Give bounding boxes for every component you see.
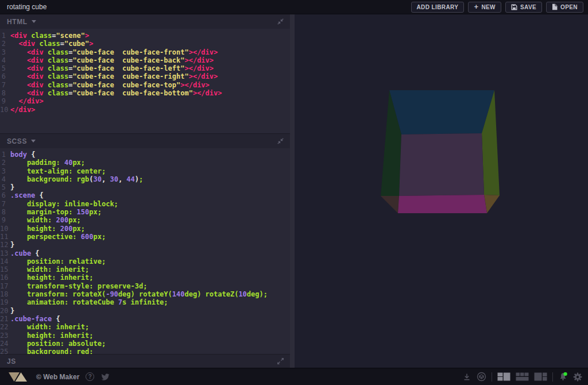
layout-top-row-icon[interactable] <box>516 372 529 381</box>
pane-splitter[interactable] <box>290 14 295 368</box>
line-number: 23 <box>0 332 10 340</box>
line-number: 7 <box>0 200 10 208</box>
footer-divider <box>492 372 492 382</box>
code-line: 7 display: inline-block; <box>0 200 290 208</box>
line-number: 2 <box>0 40 10 48</box>
add-library-label: ADD LIBRARY <box>417 4 459 10</box>
code-line: 8 <div class="cube-face cube-face-bottom… <box>0 89 290 97</box>
line-number: 11 <box>0 233 10 241</box>
code-line: 12} <box>0 241 290 249</box>
scss-label: SCSS <box>7 137 27 145</box>
line-number: 1 <box>0 32 10 40</box>
scss-pane-title: SCSS <box>7 137 36 145</box>
scss-code-editor[interactable]: 1body {2 padding: 40px;3 text-align: cen… <box>0 148 290 354</box>
download-icon[interactable] <box>462 372 471 382</box>
html-label: HTML <box>7 18 28 26</box>
line-number: 22 <box>0 323 10 331</box>
line-number: 9 <box>0 97 10 105</box>
twitter-icon[interactable] <box>100 373 110 381</box>
line-number: 8 <box>0 89 10 97</box>
js-pane-title: JS <box>7 357 16 365</box>
line-number: 24 <box>0 340 10 348</box>
code-line: 2 <div class="cube"> <box>0 40 290 48</box>
settings-gear-icon[interactable] <box>573 372 582 382</box>
copyright-text: © Web Maker <box>36 373 79 381</box>
new-label: NEW <box>481 4 496 10</box>
code-line: 6 <div class="cube-face cube-face-right"… <box>0 72 290 80</box>
save-icon <box>511 4 517 10</box>
plus-icon: + <box>474 3 478 10</box>
open-label: OPEN <box>560 4 578 10</box>
code-line: 17 transform-style: preserve-3d; <box>0 282 290 290</box>
code-line: 11 perspective: 600px; <box>0 233 290 241</box>
app: rotating cube ADD LIBRARY + NEW SAVE OPE… <box>0 0 588 385</box>
layout-sidebar-left-icon[interactable] <box>497 372 510 381</box>
code-line: 24 position: absolute; <box>0 340 290 348</box>
collapse-pane-icon[interactable] <box>277 137 284 145</box>
chevron-down-icon[interactable] <box>32 20 36 23</box>
save-button[interactable]: SAVE <box>505 2 542 13</box>
line-number: 9 <box>0 216 10 224</box>
line-number: 12 <box>0 241 10 249</box>
code-line: 25 background: red; <box>0 348 290 354</box>
line-number: 5 <box>0 64 10 72</box>
cube-face-front <box>399 133 484 196</box>
code-line: 6.scene { <box>0 191 290 199</box>
line-number: 6 <box>0 72 10 80</box>
code-line: 4 background: rgb(30, 30, 44); <box>0 175 290 183</box>
help-icon[interactable]: ? <box>86 372 94 381</box>
code-line: 19 animation: rotateCube 7s infinite; <box>0 298 290 306</box>
topbar-actions: ADD LIBRARY + NEW SAVE OPEN <box>411 2 584 13</box>
js-pane-header[interactable]: JS <box>0 354 290 368</box>
new-button[interactable]: + NEW <box>468 2 501 13</box>
top-bar: rotating cube ADD LIBRARY + NEW SAVE OPE… <box>0 0 588 14</box>
line-number: 25 <box>0 348 10 354</box>
js-label: JS <box>7 357 16 365</box>
html-code-editor[interactable]: 1<div class="scene">2 <div class="cube">… <box>0 29 290 133</box>
line-number: 13 <box>0 249 10 257</box>
code-line: 5 <div class="cube-face cube-face-left">… <box>0 64 290 72</box>
footer-bar: © Web Maker ? <box>0 368 588 385</box>
code-line: 7 <div class="cube-face cube-face-top"><… <box>0 81 290 89</box>
notifications-bell-icon[interactable] <box>558 372 568 382</box>
line-number: 7 <box>0 81 10 89</box>
web-maker-logo[interactable] <box>8 372 30 382</box>
line-number: 3 <box>0 167 10 175</box>
line-number: 16 <box>0 274 10 282</box>
code-line: 20} <box>0 307 290 315</box>
code-line: 10 height: 200px; <box>0 225 290 233</box>
footer-divider <box>552 372 553 382</box>
code-line: 3 text-align: center; <box>0 167 290 175</box>
main-area: HTML 1<div class="scene">2 <div class="c… <box>0 14 588 368</box>
line-number: 21 <box>0 315 10 323</box>
project-title[interactable]: rotating cube <box>7 3 47 11</box>
cube-face-bottom-left-corner <box>381 196 399 213</box>
collapse-pane-icon[interactable] <box>277 18 284 25</box>
layout-sidebar-right-icon[interactable] <box>534 372 547 381</box>
line-number: 15 <box>0 265 10 274</box>
open-button[interactable]: OPEN <box>546 2 583 13</box>
line-number: 3 <box>0 48 10 56</box>
editors-column: HTML 1<div class="scene">2 <div class="c… <box>0 14 290 368</box>
line-number: 1 <box>0 151 10 159</box>
codepen-icon[interactable] <box>477 372 486 382</box>
line-number: 10 <box>0 225 10 233</box>
save-label: SAVE <box>520 4 536 10</box>
rotating-cube-render <box>295 14 588 368</box>
chevron-down-icon[interactable] <box>31 140 36 143</box>
code-line: 9 </div> <box>0 97 290 105</box>
code-line: 18 transform: rotateX(-90deg) rotateY(14… <box>0 290 290 298</box>
html-pane-header[interactable]: HTML <box>0 14 290 29</box>
open-icon <box>552 3 558 10</box>
code-line: 21.cube-face { <box>0 315 290 323</box>
add-library-button[interactable]: ADD LIBRARY <box>411 2 465 13</box>
html-pane-title: HTML <box>7 18 36 26</box>
line-number: 6 <box>0 191 10 199</box>
notification-dot <box>563 372 567 376</box>
code-line: 1body { <box>0 151 290 159</box>
expand-pane-icon[interactable] <box>277 357 284 365</box>
footer-right <box>462 372 582 382</box>
line-number: 17 <box>0 282 10 290</box>
scss-pane-header[interactable]: SCSS <box>0 133 290 148</box>
code-line: 13.cube { <box>0 249 290 257</box>
